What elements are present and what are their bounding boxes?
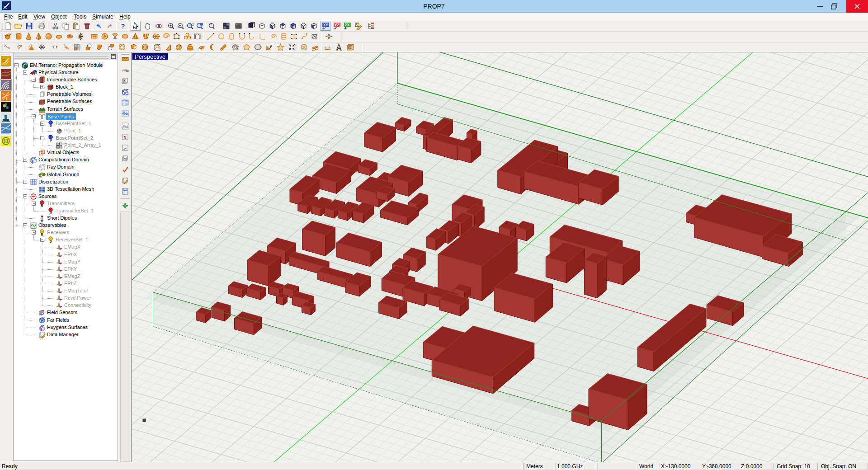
svg-text:W: W [355, 23, 359, 27]
svg-text:XY: XY [323, 23, 329, 27]
svg-text:f(x): f(x) [123, 124, 128, 129]
svg-text:€: € [124, 79, 126, 83]
svg-text:?: ? [121, 23, 125, 30]
svg-text:X: X [123, 135, 127, 140]
svg-text:YZ: YZ [335, 23, 340, 27]
svg-text:x²: x² [123, 146, 127, 150]
svg-text:?: ? [349, 47, 350, 49]
svg-text:ZX: ZX [345, 23, 350, 27]
